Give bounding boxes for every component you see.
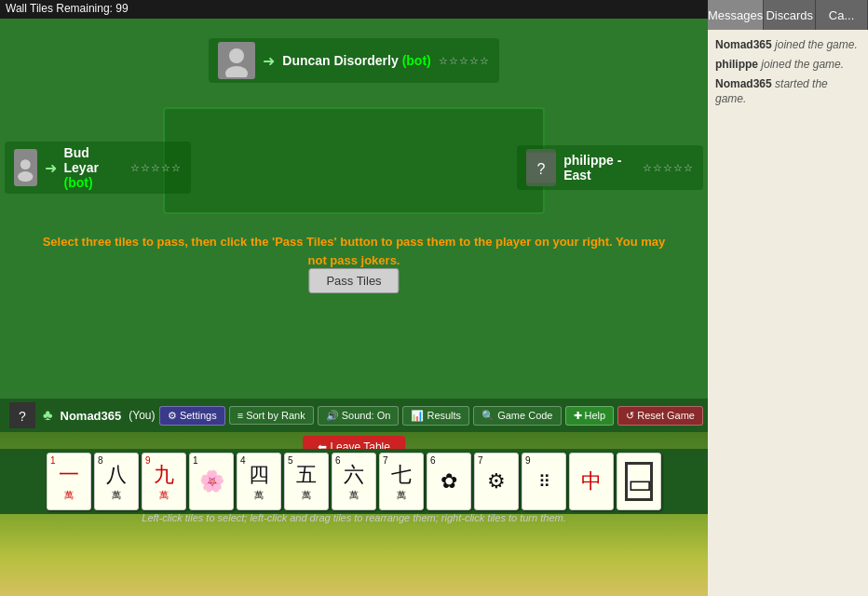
tile-0[interactable]: 1 一 萬 [47, 453, 91, 510]
tile-5-sub: 萬 [302, 489, 311, 502]
wall-tiles-remaining: Wall Tiles Remaining: 99 [0, 0, 708, 19]
tile-4-main: 四 [249, 461, 269, 489]
tile-11-main: 中 [581, 467, 602, 495]
reset-game-button[interactable]: ↺ Reset Game [617, 406, 703, 426]
tile-8[interactable]: 6 ✿ [427, 453, 471, 510]
tile-5[interactable]: 5 五 萬 [284, 453, 329, 510]
chat-name-1: Nomad365 [715, 38, 772, 51]
north-player-name: Duncan Disorderly (bot) [282, 53, 430, 68]
tile-10[interactable]: 9 ⠿ [522, 453, 566, 510]
tile-6-sub: 萬 [349, 489, 359, 502]
tile-3-main: 🌸 [199, 469, 224, 494]
tile-7-main: 七 [391, 461, 412, 489]
south-player-avatar: ? [9, 402, 35, 428]
tile-9-main: ⚙ [487, 469, 506, 494]
tile-9[interactable]: 7 ⚙ [474, 453, 519, 510]
west-arrow-icon: ➜ [45, 159, 57, 177]
tile-0-top: 1 [50, 455, 56, 466]
chat-line-1: Nomad365 joined the game. [715, 37, 861, 53]
chat-name-3: Nomad365 [715, 77, 772, 90]
south-player-tag: (You) [129, 409, 155, 422]
tile-6-main: 六 [344, 461, 364, 489]
west-player-avatar [14, 149, 37, 186]
tile-12[interactable]: ▭ [617, 453, 661, 510]
svg-point-1 [229, 48, 244, 63]
west-player-box: ➜ Bud Leyar (bot) ☆☆☆☆☆ [5, 142, 191, 194]
tile-5-top: 5 [288, 455, 293, 466]
tile-2[interactable]: 9 九 萬 [142, 453, 186, 510]
tile-3[interactable]: 1 🌸 [189, 453, 234, 510]
north-player-area: ➜ Duncan Disorderly (bot) ☆☆☆☆☆ [0, 28, 708, 93]
west-player-area: ➜ Bud Leyar (bot) ☆☆☆☆☆ [5, 126, 191, 210]
north-player-avatar [218, 42, 255, 79]
tile-4-top: 4 [240, 455, 246, 466]
west-player-stars: ☆☆☆☆☆ [130, 162, 182, 174]
tile-8-main: ✿ [441, 469, 457, 494]
tile-4-sub: 萬 [254, 489, 264, 502]
tab-discards[interactable]: Discards [764, 0, 816, 30]
east-player-box: ? philippe - East ☆☆☆☆☆ [517, 145, 703, 190]
tile-0-main: 一 [59, 461, 79, 489]
tile-2-top: 9 [145, 455, 151, 466]
game-code-button[interactable]: 🔍 Game Code [473, 406, 561, 426]
chat-action-1: joined the game. [775, 38, 858, 51]
svg-point-4 [20, 159, 31, 169]
chat-panel: Nomad365 joined the game. philippe joine… [708, 30, 868, 596]
tile-12-main: ▭ [625, 462, 653, 501]
east-player-name: philippe - East [563, 153, 635, 183]
tile-2-sub: 萬 [159, 489, 169, 502]
tile-2-main: 九 [154, 461, 174, 489]
south-direction-icon: ♣ [43, 407, 53, 424]
north-arrow-icon: ➜ [263, 52, 275, 70]
sound-button[interactable]: 🔊 Sound: On [318, 406, 400, 426]
game-board-center [163, 107, 545, 214]
tab-can[interactable]: Ca... [816, 0, 868, 30]
help-button[interactable]: ✚ Help [565, 406, 615, 426]
tile-1-sub: 萬 [112, 489, 121, 502]
tile-1-top: 8 [98, 455, 103, 466]
tile-4[interactable]: 4 四 萬 [237, 453, 281, 510]
east-player-avatar: ? [526, 149, 556, 186]
tab-bar: Messages Discards Ca... [708, 0, 868, 30]
instruction-text-line1: Select three tiles to pass, then click t… [9, 233, 698, 251]
west-player-name: Bud Leyar (bot) [64, 145, 123, 190]
tile-7[interactable]: 7 七 萬 [379, 453, 424, 510]
tile-6[interactable]: 6 六 萬 [332, 453, 376, 510]
tile-9-top: 7 [478, 455, 483, 466]
tile-1[interactable]: 8 八 萬 [94, 453, 139, 510]
tile-8-top: 6 [430, 455, 436, 466]
tile-0-sub: 萬 [64, 489, 74, 502]
tile-7-top: 7 [383, 455, 388, 466]
tile-7-sub: 萬 [397, 489, 406, 502]
tile-11[interactable]: 中 [569, 453, 614, 510]
chat-line-2: philippe joined the game. [715, 57, 861, 73]
tile-1-main: 八 [106, 461, 127, 489]
tile-10-top: 9 [525, 455, 531, 466]
east-player-area: ? philippe - East ☆☆☆☆☆ [517, 126, 703, 210]
game-area: ➜ Duncan Disorderly (bot) ☆☆☆☆☆ ➜ Bud Le… [0, 19, 708, 596]
hint-text: Left-click tiles to select; left-click a… [0, 512, 708, 523]
chat-name-2: philippe [715, 58, 758, 71]
tile-6-top: 6 [335, 455, 341, 466]
tile-3-top: 1 [193, 455, 198, 466]
results-button[interactable]: 📊 Results [402, 406, 469, 426]
tile-10-main: ⠿ [538, 471, 550, 492]
north-player-stars: ☆☆☆☆☆ [439, 55, 490, 67]
east-player-stars: ☆☆☆☆☆ [643, 162, 694, 174]
settings-button[interactable]: ⚙ Settings [159, 406, 225, 426]
action-buttons-area: ⚙ Settings ≡ Sort by Rank 🔊 Sound: On 📊 … [159, 399, 703, 432]
pass-tiles-button[interactable]: Pass Tiles [308, 268, 399, 293]
tile-5-main: 五 [296, 461, 317, 489]
svg-point-5 [18, 171, 33, 182]
tiles-area: 1 一 萬 8 八 萬 9 九 萬 1 🌸 4 四 萬 5 五 萬 6 [0, 449, 708, 514]
sort-by-rank-button[interactable]: ≡ Sort by Rank [229, 406, 314, 425]
tab-messages[interactable]: Messages [708, 0, 764, 30]
svg-text:?: ? [19, 409, 26, 424]
north-player-box: ➜ Duncan Disorderly (bot) ☆☆☆☆☆ [209, 38, 498, 83]
svg-text:?: ? [537, 160, 546, 177]
chat-action-2: joined the game. [761, 58, 844, 71]
south-player-name: Nomad365 [61, 409, 122, 423]
instruction-text-line2: not pass jokers. [9, 251, 698, 270]
chat-line-3: Nomad365 started the game. [715, 76, 861, 108]
